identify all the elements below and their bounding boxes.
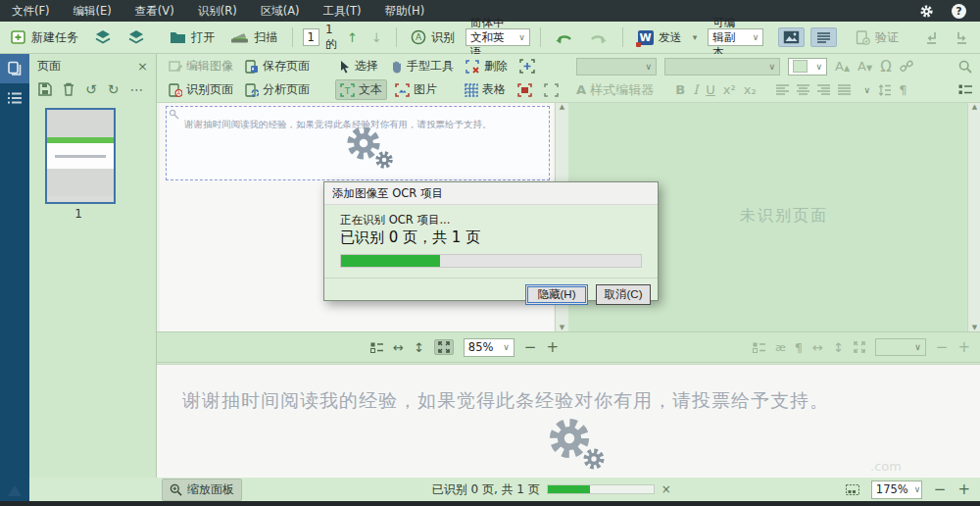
warning-icon[interactable] bbox=[0, 484, 29, 497]
select-tool-button[interactable]: 选择 bbox=[335, 57, 382, 76]
zoom-in-icon: + bbox=[957, 338, 970, 356]
fit-width-icon[interactable]: ↔ bbox=[393, 340, 404, 355]
stack-icon[interactable] bbox=[122, 26, 150, 48]
panel-zoom-dropdown[interactable]: 175% ∨ bbox=[871, 481, 922, 499]
scroll-up-icon[interactable]: ▲ bbox=[560, 103, 564, 111]
picture-area-tool[interactable]: 图片 bbox=[391, 80, 441, 99]
scroll-down-icon[interactable]: ▼ bbox=[560, 324, 564, 331]
language-dropdown[interactable]: 简体中文和英语 ∨ bbox=[466, 28, 530, 46]
cancel-progress-icon[interactable]: × bbox=[662, 482, 671, 496]
list-view-tab[interactable] bbox=[0, 83, 29, 113]
delete-area-button[interactable]: 删除 bbox=[462, 57, 512, 76]
pages-view-tab[interactable] bbox=[0, 54, 29, 83]
cancel-button[interactable]: 取消(C) bbox=[596, 284, 651, 305]
text-area-tool[interactable]: T 文本 bbox=[335, 79, 387, 100]
fit-height-icon: ↕ bbox=[833, 340, 844, 355]
zoom-out-icon[interactable]: − bbox=[934, 481, 947, 498]
undo-icon[interactable] bbox=[550, 28, 578, 47]
zoom-panel-button[interactable]: 缩放面板 bbox=[162, 479, 242, 501]
list-settings-icon[interactable] bbox=[958, 84, 972, 95]
chevron-down-icon: ∨ bbox=[914, 484, 921, 494]
menu-tools[interactable]: 工具(T) bbox=[312, 0, 373, 22]
close-icon[interactable]: × bbox=[137, 59, 148, 74]
rotate-ccw-icon[interactable]: ↺ bbox=[85, 81, 97, 97]
zoom-in-icon[interactable]: + bbox=[957, 481, 970, 498]
area-handle-icon[interactable] bbox=[169, 109, 180, 121]
fit-width-icon: ↔ bbox=[812, 340, 823, 355]
send-to-word-button[interactable]: W 发送 ▾ bbox=[633, 26, 703, 49]
previous-page-icon[interactable]: ↑ bbox=[343, 30, 362, 45]
barcode-area-tool[interactable] bbox=[540, 82, 563, 98]
svg-text:A: A bbox=[416, 32, 422, 42]
menu-edit[interactable]: 编辑(E) bbox=[62, 0, 123, 22]
verify-doc-icon bbox=[856, 30, 870, 45]
text-selection-area[interactable]: 谢谢抽时间阅读我的经验，如果觉得此条经验对你有用，请投票给予支持。 bbox=[166, 106, 550, 180]
align-left-icon bbox=[776, 84, 789, 95]
menu-recognize[interactable]: 识别(R) bbox=[186, 0, 249, 22]
circle-a-icon: A bbox=[411, 29, 426, 45]
scan-button[interactable]: 扫描 bbox=[225, 26, 282, 49]
settings-gear-icon[interactable] bbox=[919, 4, 934, 19]
text-view-scrollbar[interactable]: ▲ ▼ bbox=[967, 103, 980, 331]
status-progress-label: 已识别 0 页, 共 1 页 bbox=[432, 481, 540, 498]
show-image-pane-toggle[interactable] bbox=[778, 27, 805, 47]
analyze-page-button[interactable]: 分析页面 bbox=[241, 80, 314, 99]
move-area-icon[interactable] bbox=[515, 58, 539, 75]
stack-add-icon[interactable] bbox=[89, 26, 117, 48]
send-format-dropdown[interactable]: 可编辑副本 ∨ bbox=[708, 28, 763, 46]
rotate-cw-icon[interactable]: ↻ bbox=[108, 81, 120, 97]
decrease-font-icon: A▼ bbox=[858, 59, 872, 74]
redo-icon[interactable] bbox=[584, 28, 612, 47]
background-picture-area-tool[interactable] bbox=[514, 82, 536, 98]
menu-area[interactable]: 区域(A) bbox=[249, 0, 312, 22]
image-zoom-dropdown[interactable]: 85% ∨ bbox=[464, 338, 514, 357]
open-button[interactable]: 打开 bbox=[165, 26, 220, 49]
page-thumbnail[interactable] bbox=[45, 108, 116, 204]
dialog-progress-fill bbox=[341, 255, 440, 267]
table-area-icon bbox=[465, 83, 478, 97]
show-text-pane-toggle[interactable] bbox=[810, 27, 837, 47]
fit-page-icon[interactable] bbox=[434, 339, 454, 355]
menu-file[interactable]: 文件(F) bbox=[0, 0, 62, 22]
save-page-button[interactable]: 保存页面 bbox=[241, 57, 314, 76]
underline-button: U bbox=[706, 82, 715, 97]
menu-view[interactable]: 查看(V) bbox=[123, 0, 186, 22]
hand-tool-button[interactable]: 手型工具 bbox=[386, 57, 458, 76]
scroll-up-icon[interactable]: ▲ bbox=[972, 103, 977, 111]
svg-text:A: A bbox=[177, 90, 181, 96]
unrecognized-page-watermark: 未识别页面 bbox=[740, 206, 828, 227]
next-page-icon[interactable]: ↓ bbox=[368, 30, 386, 45]
bold-button: B bbox=[675, 82, 685, 97]
panel-layout-icon[interactable] bbox=[370, 342, 383, 353]
table-area-tool[interactable]: 表格 bbox=[461, 80, 510, 99]
recognize-button[interactable]: A 识别 bbox=[406, 26, 460, 49]
save-icon[interactable] bbox=[38, 82, 52, 96]
search-icon[interactable] bbox=[958, 60, 972, 74]
scroll-down-icon[interactable]: ▼ bbox=[972, 324, 977, 331]
edit-image-icon bbox=[169, 60, 182, 73]
status-progress-fill bbox=[548, 485, 590, 493]
help-icon[interactable]: ? bbox=[952, 4, 966, 19]
format-toolbar: ∨ ∨ ∨ A▲ A▼ Ω A 样式编辑器 B I U x² x₂ ∨ ¶ bbox=[568, 54, 980, 103]
new-task-button[interactable]: 新建任务 bbox=[6, 26, 83, 49]
style-editor-button: A 样式编辑器 bbox=[576, 81, 654, 99]
recognize-page-button[interactable]: A 识别页面 bbox=[165, 80, 237, 99]
scanner-icon bbox=[230, 30, 249, 44]
ligature-icon: æ bbox=[775, 341, 785, 354]
superscript-button: x² bbox=[723, 82, 736, 97]
panel-layout-icon bbox=[753, 342, 765, 353]
font-family-dropdown: ∨ bbox=[576, 58, 657, 76]
analyze-page-icon bbox=[245, 83, 259, 97]
more-icon[interactable]: ⋯ bbox=[129, 81, 143, 97]
pages-grid-icon[interactable] bbox=[846, 484, 859, 495]
align-caret-icon: ∨ bbox=[864, 85, 871, 95]
menu-help[interactable]: 帮助(H) bbox=[373, 0, 437, 22]
zoom-panel[interactable]: 谢谢抽时间阅读我的经验，如果觉得此条经验对你有用，请投票给予支持。 .com bbox=[157, 364, 980, 478]
page-number-input[interactable]: 1 bbox=[303, 28, 319, 46]
hide-button[interactable]: 隐藏(H) bbox=[525, 284, 588, 305]
fit-height-icon[interactable]: ↕ bbox=[414, 340, 424, 355]
zoom-out-icon[interactable]: − bbox=[524, 338, 537, 356]
paragraph-settings-icon: ¶ bbox=[899, 82, 906, 97]
zoom-in-icon[interactable]: + bbox=[546, 338, 559, 356]
delete-page-icon[interactable] bbox=[63, 82, 74, 96]
